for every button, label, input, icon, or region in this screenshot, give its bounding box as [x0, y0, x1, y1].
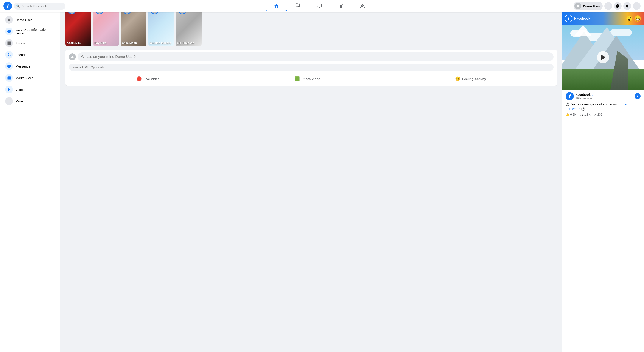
nav-flag-button[interactable] [287, 1, 309, 11]
shares-stat[interactable]: ↗ 232 [594, 113, 602, 116]
post-text-input[interactable] [78, 52, 554, 61]
post-time: 19 hours ago [576, 97, 594, 100]
nav-marketplace-button[interactable] [330, 1, 352, 11]
messenger-button[interactable] [614, 2, 622, 10]
post-info: f Facebook ✓ 19 hours ago f ⚽ Just a cas… [562, 89, 644, 120]
notifications-button[interactable] [623, 2, 631, 10]
post-text: ⚽ Just a casual game of soccer with John… [566, 102, 640, 111]
likes-stat[interactable]: 👍 6.2K [566, 113, 576, 116]
sidebar-item-more[interactable]: More [2, 95, 58, 107]
play-triangle-icon [601, 55, 606, 60]
sidebar-item-videos[interactable]: Videos [2, 84, 58, 95]
post-divider [69, 72, 554, 73]
comments-count: 1.9K [584, 113, 590, 116]
nav-groups-button[interactable] [352, 1, 373, 11]
share-icon: ↗ [594, 113, 596, 116]
thumbs-up-icon: 👍 [566, 113, 569, 116]
story-name: Jonatan Monero [150, 41, 173, 45]
poster-avatar[interactable]: f [566, 92, 574, 100]
play-overlay [562, 25, 644, 89]
post-input-row [69, 52, 554, 61]
likes-count: 6.2K [570, 113, 576, 116]
covid-icon [5, 27, 13, 35]
svg-point-5 [577, 5, 578, 6]
friends-icon [5, 51, 13, 58]
user-avatar-icon [5, 16, 13, 24]
svg-point-6 [8, 18, 10, 20]
sidebar-pages-label: Pages [16, 41, 25, 45]
feeling-label: Feeling/Activity [462, 77, 486, 81]
sidebar-messenger-label: Messenger [16, 64, 32, 68]
sidebar-videos-label: Videos [16, 88, 26, 91]
post-actions: 🔴 Live Video 🟩 Photo/Video 😊 Feeling/Act… [69, 74, 554, 83]
shares-count: 232 [598, 113, 602, 116]
svg-marker-12 [8, 88, 10, 91]
sidebar-user-label: Demo User [16, 18, 32, 22]
feeling-icon: 😊 [455, 76, 460, 81]
pages-icon [5, 39, 13, 47]
verified-icon: ✓ [592, 92, 594, 97]
comment-icon: 💬 [580, 113, 584, 116]
story-name: Ray Blue [94, 41, 118, 45]
sidebar-item-messenger[interactable]: Messenger [2, 61, 58, 72]
video-thumbnail[interactable] [562, 25, 644, 89]
photo-video-label: Photo/Video [302, 77, 320, 81]
user-menu-button[interactable]: Demo User [574, 2, 603, 10]
post-box: 🔴 Live Video 🟩 Photo/Video 😊 Feeling/Act… [66, 50, 557, 86]
poster-row: f Facebook ✓ 19 hours ago f [566, 92, 640, 100]
sidebar-item-marketplace[interactable]: MarketPlace [2, 72, 58, 83]
navbar: f 🔍 Demo User [0, 0, 644, 12]
sidebar-item-covid[interactable]: COVID-19 Information center [2, 26, 58, 37]
svg-point-18 [72, 55, 73, 57]
sidebar-item-friends[interactable]: Friends [2, 49, 58, 60]
more-sidebar-icon [5, 97, 13, 105]
banner-page-name: Facebook [574, 16, 590, 20]
nav-home-button[interactable] [266, 1, 287, 11]
messenger-sidebar-icon [5, 62, 13, 70]
poster-name: Facebook [576, 93, 590, 96]
navbar-right: Demo User + [574, 2, 640, 10]
photo-video-button[interactable]: 🟩 Photo/Video [290, 74, 324, 83]
sidebar-item-user[interactable]: Demo User [2, 14, 58, 25]
chevron-down-icon[interactable] [633, 2, 640, 10]
svg-rect-7 [8, 41, 9, 43]
live-video-button[interactable]: 🔴 Live Video [132, 74, 164, 83]
user-avatar [574, 2, 581, 9]
marketplace-sidebar-icon [5, 74, 13, 82]
navbar-center [66, 1, 574, 11]
ad-banner: f Facebook 😮 😆 [562, 12, 644, 25]
svg-rect-9 [8, 43, 9, 45]
nav-video-button[interactable] [309, 1, 330, 11]
feeling-activity-button[interactable]: 😊 Feeling/Activity [451, 74, 490, 83]
post-image-url-input[interactable] [69, 64, 554, 71]
sidebar-marketplace-label: MarketPlace [16, 76, 34, 80]
right-panel: f Facebook 😮 😆 f [562, 12, 644, 340]
fb-logo-small: f [634, 93, 640, 99]
post-user-avatar [69, 53, 76, 60]
svg-rect-1 [317, 4, 322, 7]
svg-point-4 [361, 4, 363, 5]
live-video-icon: 🔴 [136, 76, 142, 81]
search-icon: 🔍 [16, 4, 20, 8]
story-name: Lili Tompson [177, 41, 200, 45]
live-video-label: Live Video [144, 77, 160, 81]
main-feed: Adam Dim Ray Blue Shila Moon Jonatan Mon… [60, 0, 562, 340]
emoji-row: 😮 😆 [626, 15, 642, 22]
sidebar: Demo User COVID-19 Information center Pa… [0, 12, 60, 340]
sidebar-covid-label: COVID-19 Information center [16, 28, 55, 35]
post-stats: 👍 6.2K 💬 1.9K ↗ 232 [566, 111, 640, 118]
story-name: Adam Dim [67, 41, 90, 45]
search-input[interactable] [14, 2, 66, 10]
photo-video-icon: 🟩 [294, 76, 300, 81]
banner-fb-logo: f [565, 15, 572, 22]
facebook-logo[interactable]: f [4, 2, 12, 10]
user-name-label: Demo User [583, 4, 600, 8]
add-button[interactable]: + [604, 2, 612, 10]
story-name: Shila Moon [122, 41, 145, 45]
videos-sidebar-icon [5, 86, 13, 93]
sidebar-item-pages[interactable]: Pages [2, 37, 58, 49]
comments-stat[interactable]: 💬 1.9K [580, 113, 590, 116]
play-circle [597, 51, 609, 63]
svg-point-11 [8, 53, 9, 55]
search-container: 🔍 [14, 2, 66, 10]
